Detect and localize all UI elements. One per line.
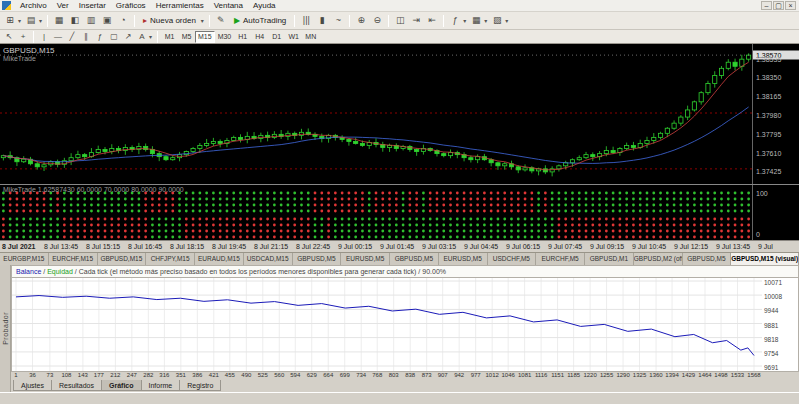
balance-x-label: 560	[274, 372, 284, 378]
candle-chart-icon[interactable]: ▮	[314, 13, 330, 29]
price-axis-label: 1.37610	[756, 149, 781, 156]
chart-tab-eurusd-m5[interactable]: EURUSD,M5	[439, 253, 488, 265]
chart-tab-eurgbp-m15[interactable]: EURGBP,M15	[0, 253, 49, 265]
price-chart-canvas[interactable]	[0, 44, 752, 184]
terminal-icon[interactable]: ▣	[99, 13, 115, 29]
crosshair-icon[interactable]: +	[16, 31, 30, 43]
line-chart-icon[interactable]: ~	[330, 13, 346, 29]
navigator-icon[interactable]: ▥	[83, 13, 99, 29]
autotrading-button[interactable]: ▶AutoTrading	[229, 13, 291, 29]
timeframe-d1-button[interactable]: D1	[268, 31, 285, 43]
line-chart-icon: ~	[336, 16, 341, 25]
indicator-canvas[interactable]	[0, 185, 752, 240]
new-chart-icon[interactable]: ⊞	[2, 13, 18, 29]
chart-tab-gbpusd-m5[interactable]: GBPUSD,M5	[683, 253, 732, 265]
bar-chart-icon[interactable]: |||	[298, 13, 314, 29]
chart-tab-usdcad-m15[interactable]: USDCAD,M15	[244, 253, 293, 265]
restore-button[interactable]: ▢	[773, 1, 784, 10]
chart-shift-icon[interactable]: ⇤	[424, 13, 440, 29]
market-watch-icon[interactable]: ▦	[51, 13, 67, 29]
timeframe-h4-button[interactable]: H4	[251, 31, 268, 43]
dropdown-caret-icon[interactable]: ▾	[484, 17, 487, 24]
timeframe-h1-button[interactable]: H1	[234, 31, 251, 43]
metaeditor-icon[interactable]: ✎	[213, 13, 229, 29]
templates-icon[interactable]: ▨	[489, 13, 505, 29]
chart-tabs-bar: EURGBP,M15EURCHF,M15GBPUSD,M15CHFJPY,M15…	[0, 252, 799, 265]
candle-chart-icon: ▮	[320, 16, 325, 25]
balance-x-label: 838	[405, 372, 415, 378]
menu-ventana[interactable]: Ventana	[209, 1, 248, 10]
chart-tab-gbpusd-m5[interactable]: GBPUSD,M5	[293, 253, 342, 265]
chart-tab-gbpusd-m15[interactable]: GBPUSD,M15	[98, 253, 147, 265]
tile-windows-icon[interactable]: ◫	[392, 13, 408, 29]
tester-tab-registro[interactable]: Registro	[179, 380, 221, 391]
time-axis-label: 9 Jul 09:15	[590, 243, 624, 250]
chart-tab-gbpusd-m2-offline[interactable]: GBPUSD,M2 (offline)	[634, 253, 683, 265]
timeframe-m30-button[interactable]: M30	[215, 31, 235, 43]
text-label-icon[interactable]: A	[135, 31, 149, 43]
indicators-icon[interactable]: ƒ	[447, 13, 463, 29]
dropdown-caret-icon[interactable]: ▾	[505, 17, 508, 24]
zoom-in-icon[interactable]: ⊕	[353, 13, 369, 29]
tester-tab-resultados[interactable]: Resultados	[51, 380, 102, 391]
new-order-button[interactable]: ▸Nueva orden	[138, 13, 201, 29]
vertical-line-icon[interactable]: |	[37, 31, 51, 43]
balance-chart: 100711000899449881981897549691	[11, 277, 799, 372]
profiles-icon: ▤	[27, 16, 36, 25]
time-axis-label: 8 Jul 16:45	[128, 243, 162, 250]
menu-archivo[interactable]: Archivo	[15, 1, 52, 10]
dropdown-caret-icon[interactable]: ▾	[18, 17, 21, 24]
profiles-icon[interactable]: ▤	[23, 13, 39, 29]
timeframe-m1-button[interactable]: M1	[161, 31, 178, 43]
tester-tab-informe[interactable]: Informe	[141, 380, 181, 391]
dropdown-caret-icon[interactable]: ▾	[149, 33, 152, 40]
chart-tab-usdchf-m5[interactable]: USDCHF,M5	[488, 253, 537, 265]
balance-x-label: 316	[159, 372, 169, 378]
chart-tab-gbpusd-m15-visual[interactable]: GBPUSD,M15 (visual)	[731, 253, 799, 265]
fibonacci-icon[interactable]: ƒ	[93, 31, 107, 43]
close-button[interactable]: ×	[785, 1, 796, 10]
menu-herramientas[interactable]: Herramientas	[151, 1, 209, 10]
cursor-icon[interactable]: ↖	[2, 31, 16, 43]
balance-x-label: 1185	[567, 372, 580, 378]
vertical-line-icon: |	[43, 33, 45, 41]
time-axis-label: 9 Jul 10:45	[632, 243, 666, 250]
tester-tab-gr-fico[interactable]: Gráfico	[101, 380, 142, 391]
arrows-icon[interactable]: ↗	[121, 31, 135, 43]
timeframe-m5-button[interactable]: M5	[178, 31, 195, 43]
menu-insertar[interactable]: Insertar	[74, 1, 111, 10]
tester-main-area: Balance / Equidad / Cada tick (el método…	[11, 265, 799, 392]
tester-tab-ajustes[interactable]: Ajustes	[13, 380, 52, 391]
chart-tab-eurchf-m15[interactable]: EURCHF,M15	[49, 253, 98, 265]
chart-tab-euraud-m15[interactable]: EURAUD,M15	[195, 253, 244, 265]
menu-ver[interactable]: Ver	[52, 1, 74, 10]
menu-ayuda[interactable]: Ayuda	[248, 1, 281, 10]
chart-tab-eurusd-m5[interactable]: EURUSD,M5	[341, 253, 390, 265]
chart-tab-gbpusd-m5[interactable]: GBPUSD,M5	[390, 253, 439, 265]
zoom-out-icon[interactable]: ⊖	[369, 13, 385, 29]
timeframe-w1-button[interactable]: W1	[285, 31, 302, 43]
data-window-icon[interactable]: ◧	[67, 13, 83, 29]
horizontal-line-icon[interactable]: —	[51, 31, 65, 43]
dropdown-caret-icon[interactable]: ▾	[463, 17, 466, 24]
menu-gr-ficos[interactable]: Gráficos	[111, 1, 151, 10]
dropdown-caret-icon[interactable]: ▾	[201, 17, 204, 24]
periods-dropdown-icon[interactable]: ▦	[468, 13, 484, 29]
dropdown-caret-icon[interactable]: ▾	[39, 17, 42, 24]
chart-tab-chfjpy-m15[interactable]: CHFJPY,M15	[146, 253, 195, 265]
timeframe-mn-button[interactable]: MN	[302, 31, 319, 43]
balance-x-label: 1012	[485, 372, 498, 378]
channel-icon[interactable]: ∥	[79, 31, 93, 43]
minimize-button[interactable]: –	[761, 1, 772, 10]
timeframe-m15-button[interactable]: M15	[195, 31, 215, 43]
shapes-icon[interactable]: ▢	[107, 31, 121, 43]
balance-x-label: 699	[340, 372, 350, 378]
auto-scroll-icon[interactable]: ⇥	[408, 13, 424, 29]
price-axis: 1.38570 1.385351.383501.381651.379801.37…	[752, 44, 799, 184]
fibonacci-icon: ƒ	[98, 33, 102, 41]
balance-x-label: 1464	[698, 372, 711, 378]
trendline-icon[interactable]: ╱	[65, 31, 79, 43]
strategy-tester-icon[interactable]: ◔	[115, 13, 131, 29]
chart-tab-gbpusd-m1[interactable]: GBPUSD,M1	[585, 253, 634, 265]
chart-tab-eurchf-m5[interactable]: EURCHF,M5	[536, 253, 585, 265]
